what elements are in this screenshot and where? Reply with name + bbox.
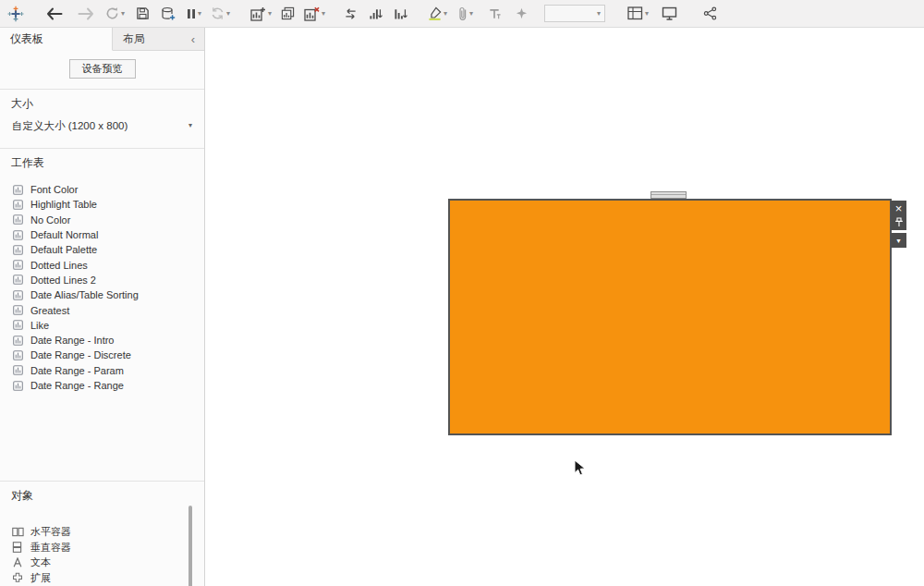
worksheet-icon [13,320,24,330]
size-dropdown[interactable]: 自定义大小 (1200 x 800) ▾ [6,116,199,136]
remove-object-button[interactable]: × [891,201,906,215]
show-hide-cards-button[interactable]: ▾ [626,3,650,25]
mouse-cursor [574,459,586,481]
run-auto-updates-caret-icon[interactable]: ▾ [226,10,230,18]
object-item-label: 文本 [30,555,51,569]
object-item[interactable]: 文本 [0,555,204,570]
sort-descending-button[interactable] [392,3,409,25]
chevron-down-icon: ▼ [895,238,902,244]
object-item[interactable]: 水平容器 [0,524,204,540]
replay-animation-caret-icon[interactable]: ▾ [121,10,125,18]
tableau-logo-icon [6,3,26,25]
tab-dashboard[interactable]: 仪表板 [0,28,113,51]
run-auto-updates-button[interactable]: ▾ [209,3,232,25]
worksheet-item[interactable]: Greatest [0,302,204,317]
dashboard-pane: 仪表板 布局 ‹ 设备预览 大小 自定义大小 (1200 x 800) ▾ 工作… [0,28,205,586]
worksheet-icon [13,200,24,210]
object-list: 水平容器垂直容器文本扩展Pulse 指标 [0,524,204,586]
objects-section-label: 对象 [0,482,204,504]
worksheet-item-label: Date Range - Param [30,365,124,376]
tab-layout[interactable]: 布局 ‹ [113,28,204,50]
group-members-caret-icon[interactable]: ▾ [469,10,473,18]
worksheet-item[interactable]: Default Normal [0,227,204,242]
device-preview-button[interactable]: 设备预览 [69,59,136,79]
worksheet-item[interactable]: Font Color [0,182,204,197]
worksheet-icon [13,260,24,270]
highlight-caret-icon[interactable]: ▾ [444,10,447,18]
selected-object-controls: × ▼ [891,201,906,248]
clear-sheet-caret-icon[interactable]: ▾ [322,10,325,18]
worksheet-icon [13,230,24,240]
fit-selector[interactable]: ▾ [542,3,607,25]
worksheet-item[interactable]: Date Range - Range [0,378,204,393]
duplicate-button[interactable] [279,3,297,25]
redo-button[interactable] [76,3,96,25]
pane-tabs: 仪表板 布局 ‹ [0,28,204,51]
worksheet-item-label: Date Range - Intro [30,335,115,346]
swap-rows-columns-button[interactable] [342,3,359,25]
worksheet-item[interactable]: No Color [0,213,204,227]
worksheet-item[interactable]: Date Alias/Table Sorting [0,287,204,302]
extension-icon [12,572,25,583]
worksheet-icon [13,381,24,391]
worksheet-item-label: Highlight Table [30,199,97,210]
new-data-source-button[interactable] [159,3,177,25]
show-hide-cards-caret-icon[interactable]: ▾ [645,10,649,18]
replay-animation-button[interactable]: ▾ [103,3,127,25]
highlight-button[interactable]: ▾ [426,3,449,25]
worksheet-item-label: No Color [30,214,70,226]
worksheet-item[interactable]: Dotted Lines [0,257,204,272]
worksheet-item[interactable]: Dotted Lines 2 [0,273,204,287]
pause-auto-updates-caret-icon[interactable]: ▾ [198,10,201,18]
worksheet-item-label: Font Color [30,184,78,195]
sparkle-button[interactable] [514,3,529,25]
worksheet-icon [13,350,24,360]
save-button[interactable] [134,3,152,25]
show-mark-labels-button[interactable] [486,3,503,25]
object-item[interactable]: 垂直容器 [0,540,204,555]
object-item-label: 垂直容器 [30,541,71,555]
selected-dashboard-object[interactable] [448,199,892,435]
worksheet-item-label: Date Range - Range [30,380,124,391]
undo-button[interactable] [44,3,65,25]
worksheet-icon [13,185,24,195]
share-button[interactable] [701,3,719,25]
object-item[interactable]: 扩展 [0,570,204,586]
object-drag-handle[interactable] [650,191,687,199]
worksheet-item[interactable]: Date Range - Intro [0,333,204,348]
worksheet-icon [13,275,24,285]
presentation-mode-button[interactable] [660,3,679,25]
object-menu-button[interactable]: ▼ [891,233,906,248]
worksheet-item-label: Dotted Lines [30,260,88,271]
clear-sheet-button[interactable]: ▾ [302,3,327,25]
worksheet-item-label: Default Normal [30,229,98,240]
close-icon: × [895,202,903,214]
new-worksheet-button[interactable]: ▾ [249,3,274,25]
new-worksheet-caret-icon[interactable]: ▾ [268,10,272,18]
dashboard-canvas[interactable]: × ▼ [205,28,924,586]
worksheet-item-label: Dotted Lines 2 [30,275,96,286]
group-members-button[interactable]: ▾ [456,3,475,25]
worksheet-item[interactable]: Highlight Table [0,197,204,212]
worksheet-icon [13,290,24,300]
worksheet-item[interactable]: Date Range - Param [0,363,204,378]
size-dropdown-caret-icon: ▾ [188,122,192,129]
vertical-container-icon [12,542,25,553]
worksheet-icon [13,245,24,255]
worksheet-item[interactable]: Default Palette [0,242,204,257]
collapse-pane-button[interactable]: ‹ [182,28,204,50]
worksheet-item[interactable]: Like [0,318,204,333]
pane-scrollbar[interactable] [188,506,192,586]
tab-dashboard-label: 仪表板 [10,31,43,47]
tableau-dashboard-window: ▾ ▾ ▾ ▾ ▾ [0,0,924,586]
worksheet-item-label: Greatest [30,305,69,316]
worksheet-item-label: Default Palette [30,244,97,255]
size-dropdown-value: 自定义大小 (1200 x 800) [12,119,128,133]
pause-auto-updates-button[interactable]: ▾ [185,3,203,25]
pin-object-button[interactable] [891,215,906,230]
horizontal-container-icon [12,527,25,537]
fit-selector-caret-icon: ▾ [597,10,601,18]
worksheet-item-label: Date Range - Discrete [30,349,131,360]
sort-ascending-button[interactable] [367,3,384,25]
worksheet-item[interactable]: Date Range - Discrete [0,348,204,362]
